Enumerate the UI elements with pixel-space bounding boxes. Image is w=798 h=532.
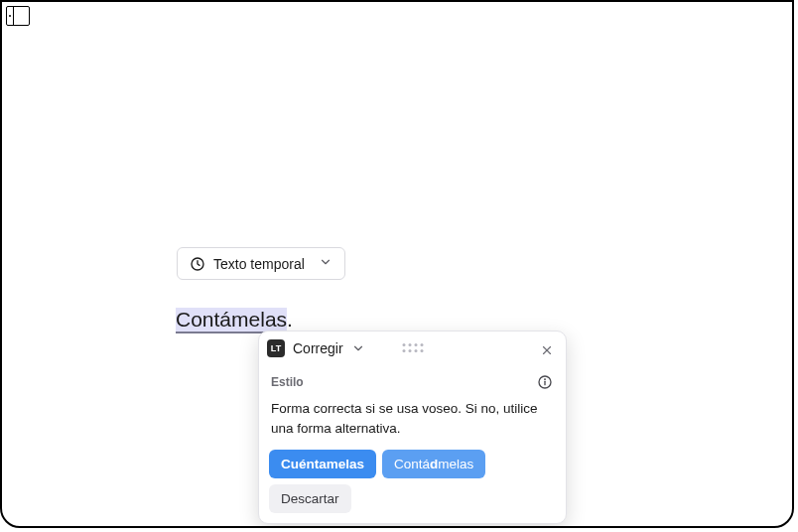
actions-row: Cuéntamelas Contádmelas Descartar	[259, 450, 566, 523]
trailing-punct: .	[287, 308, 293, 331]
suggestion-primary-button[interactable]: Cuéntamelas	[269, 450, 376, 478]
text-type-chip[interactable]: Texto temporal	[177, 247, 345, 280]
suggestion-secondary-post: melas	[438, 457, 473, 471]
svg-point-5	[545, 379, 546, 380]
popup-title[interactable]: Corregir	[293, 340, 343, 356]
suggestion-secondary-button[interactable]: Contádmelas	[382, 450, 485, 478]
explanation-text: Forma correcta si se usa voseo. Si no, u…	[259, 391, 566, 450]
popup-section-row: Estilo	[259, 365, 566, 391]
chevron-down-icon[interactable]	[351, 341, 365, 355]
clock-icon	[190, 256, 205, 272]
app-frame: Texto temporal Contámelas. LT Corregir	[0, 0, 794, 528]
correction-popup: LT Corregir Estilo	[258, 331, 567, 524]
panel-left-icon[interactable]	[6, 6, 30, 26]
drag-handle-icon[interactable]	[402, 343, 423, 352]
suggestion-secondary-pre: Contá	[394, 457, 430, 471]
discard-button[interactable]: Descartar	[269, 484, 351, 513]
document-text[interactable]: Contámelas.	[176, 306, 293, 332]
info-icon[interactable]	[536, 373, 554, 391]
panel-left-icon-inner	[7, 7, 14, 25]
section-label: Estilo	[271, 375, 304, 389]
text-type-label: Texto temporal	[213, 256, 305, 272]
popup-header: LT Corregir	[259, 332, 566, 365]
panel-dot	[9, 15, 11, 17]
brand-badge-icon: LT	[267, 339, 285, 357]
chevron-down-icon	[319, 255, 332, 272]
close-button[interactable]	[536, 339, 558, 361]
